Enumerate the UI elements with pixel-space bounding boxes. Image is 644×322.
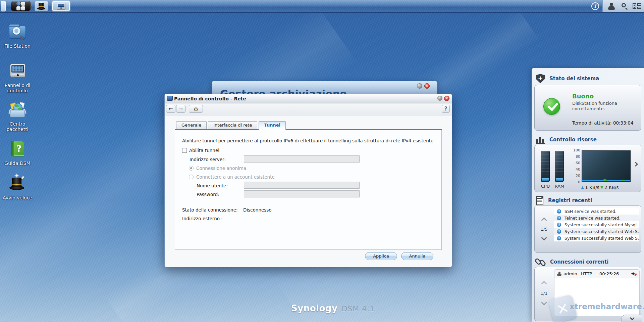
password-input[interactable]: [244, 190, 360, 197]
logs-page-down-icon[interactable]: [542, 235, 546, 238]
info-icon: i: [557, 209, 561, 214]
external-address-label: Indirizzo esterno :: [182, 216, 223, 221]
system-status-header[interactable]: Stato del sistema: [536, 74, 599, 83]
logs-pager: 1/5: [539, 227, 549, 232]
existing-account-radio-label: Connettere a un account esistente: [196, 174, 275, 180]
connections-pager: 1/1: [539, 291, 549, 296]
widget-title: Registri recenti: [548, 197, 592, 203]
username-label: Nome utente:: [197, 183, 228, 188]
disconnect-icon[interactable]: [631, 271, 637, 276]
upload-arrow-icon: ▲: [581, 185, 584, 190]
connection-row[interactable]: admin HTTP 00:25:26: [554, 270, 639, 278]
info-icon[interactable]: i: [591, 2, 599, 10]
connections-list: admin HTTP 00:25:26: [554, 269, 640, 316]
control-panel-icon: [8, 62, 27, 81]
server-address-input[interactable]: [244, 155, 360, 163]
recent-logs-header[interactable]: Registri recenti: [536, 196, 592, 205]
main-menu-button[interactable]: [11, 1, 31, 11]
connection-time: 00:25:26: [599, 271, 629, 276]
server-address-label: Indirizzo server:: [190, 157, 226, 162]
desktop-icon-file-station[interactable]: File Station: [0, 22, 35, 49]
log-list: i SSH service was started. i Telnet serv…: [554, 208, 639, 241]
log-row[interactable]: i System successfully started Mysql...: [554, 221, 639, 228]
document-icon: [536, 196, 543, 205]
info-icon: i: [557, 229, 561, 234]
forward-button[interactable]: →: [176, 105, 185, 113]
shield-icon: [536, 74, 545, 83]
connections-page-down-icon[interactable]: [542, 300, 546, 303]
log-row[interactable]: i System successfully started Web S...: [554, 228, 639, 235]
magic-hat-icon: [37, 2, 46, 10]
anonymous-radio-label: Connessione anonima: [196, 166, 246, 171]
cpu-label: CPU: [540, 184, 551, 189]
taskbar: i: [0, 0, 644, 13]
apply-button[interactable]: Applica: [365, 252, 397, 260]
main-menu-icon: [16, 2, 25, 10]
user-icon[interactable]: [608, 3, 615, 10]
uptime-text: Tempo di attività: 00:33:04: [572, 120, 634, 126]
desktop-icon-label: Centro pacchetti: [4, 121, 31, 132]
dialog-toolbar: ← → ⌂ ?: [165, 103, 452, 116]
sidebar-collapse-button[interactable]: [622, 315, 642, 322]
show-desktop-button[interactable]: [1, 1, 6, 11]
control-panel-icon: [167, 96, 173, 101]
close-icon[interactable]: ✕: [444, 96, 449, 101]
existing-account-radio[interactable]: [189, 175, 194, 179]
desktop-icon-dsm-help[interactable]: ? Guida DSM: [0, 140, 35, 166]
desktop-icon-control-panel[interactable]: Pannello di controllo: [0, 62, 35, 93]
network-traffic-graph: [582, 150, 631, 182]
control-panel-network-dialog: Pannello di controllo - Rete ✕ ← → ⌂ ? G…: [164, 94, 452, 267]
download-rate: 2 KB/s: [604, 185, 619, 190]
anonymous-connection-row[interactable]: Connessione anonima: [189, 166, 246, 171]
username-input[interactable]: [244, 182, 360, 189]
enable-tunnel-row[interactable]: Abilita tunnel: [182, 148, 219, 153]
product-text: DSM 4.1: [341, 305, 375, 313]
desktop-icon-label: File Station: [0, 43, 35, 49]
info-icon: i: [557, 236, 561, 240]
existing-account-row[interactable]: Connettere a un account esistente: [189, 174, 275, 180]
widget-title: Stato del sistema: [549, 76, 599, 82]
connections-header[interactable]: Connessioni correnti: [536, 258, 608, 266]
dialog-titlebar[interactable]: Pannello di controllo - Rete ✕: [165, 94, 452, 103]
back-button[interactable]: ←: [166, 105, 175, 113]
search-icon[interactable]: [621, 3, 628, 10]
help-button[interactable]: ?: [442, 105, 450, 113]
minimize-button[interactable]: [437, 96, 442, 101]
taskbar-quick-start-button[interactable]: [35, 1, 48, 11]
tab-underline: [175, 129, 442, 130]
desktop-icon-quick-start[interactable]: Avvio veloce: [0, 174, 35, 200]
connection-protocol: HTTP: [581, 271, 599, 276]
cancel-button[interactable]: Annulla: [401, 252, 433, 260]
resource-monitor-panel: CPU RAM 10080 6040 200 ▲ 1 KB/s ▼ 2 KB/s: [534, 145, 641, 192]
ram-gauge: [555, 151, 564, 182]
tab-tunnel[interactable]: Tunnel: [259, 121, 285, 130]
close-icon[interactable]: ✕: [424, 83, 430, 89]
resource-monitor-header[interactable]: Controllo risorse: [536, 135, 597, 144]
tab-interfaccia-di-rete[interactable]: Interfaccia di rete: [208, 121, 257, 129]
password-label: Password:: [197, 192, 219, 197]
control-panel-icon: [57, 3, 65, 10]
dialog-content: Generale Interfaccia di rete Tunnel Abil…: [165, 116, 452, 267]
log-row[interactable]: i SSH service was started.: [554, 208, 639, 215]
network-graph-yticks: 10080 6040 200: [570, 148, 580, 184]
bar-chart-icon: [536, 136, 545, 144]
logs-page-up-icon[interactable]: [542, 217, 546, 221]
pilot-view-icon[interactable]: [633, 3, 641, 9]
taskbar-control-panel-button[interactable]: [52, 1, 70, 11]
log-row[interactable]: i Telnet service was started.: [554, 215, 639, 221]
connections-page-up-icon[interactable]: [542, 281, 546, 284]
log-row[interactable]: i System successfully started Web S...: [554, 235, 639, 241]
home-button[interactable]: ⌂: [189, 105, 203, 113]
enable-tunnel-checkbox[interactable]: [182, 148, 187, 153]
anonymous-radio[interactable]: [189, 166, 194, 171]
widget-title: Connessioni correnti: [550, 259, 608, 265]
user-icon: [557, 272, 561, 276]
status-ok-icon: [543, 98, 560, 115]
expand-chevron-icon[interactable]: [633, 162, 638, 167]
desktop-icon-package-center[interactable]: Centro pacchetti: [0, 100, 35, 132]
recent-logs-panel: 1/5 i SSH service was started. i Telnet …: [534, 205, 641, 253]
info-icon: i: [557, 216, 561, 220]
connection-user: admin: [564, 271, 581, 276]
tab-generale[interactable]: Generale: [176, 121, 207, 129]
minimize-button[interactable]: [417, 83, 422, 89]
